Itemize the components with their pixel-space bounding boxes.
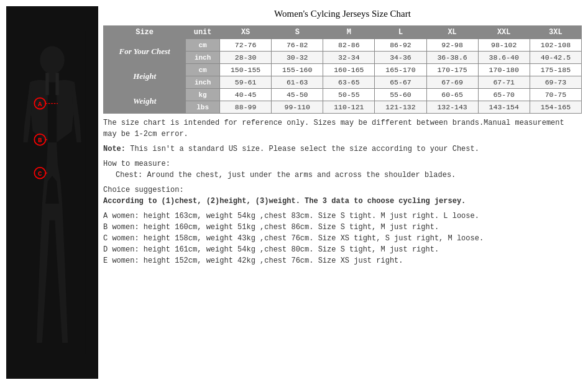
svg-text:B: B	[38, 137, 42, 144]
choice-section: Choice suggestion: According to (1)chest…	[103, 184, 582, 207]
unit-inch-chest: inch	[186, 52, 220, 64]
col-s: S	[272, 26, 323, 39]
how-chest: Chest: Around the chest, just under the …	[103, 170, 582, 181]
examples-section: A women: height 163cm, weight 54kg ,ches…	[103, 211, 582, 266]
model-image: A B C	[6, 6, 98, 379]
example-b: B women: height 160cm, weight 51kg ,ches…	[103, 222, 582, 233]
note-text: This isn't a standard US size. Please se…	[126, 145, 479, 153]
example-a: A women: height 163cm, weight 54kg ,ches…	[103, 211, 582, 222]
svg-text:A: A	[38, 101, 42, 108]
choice-label: Choice suggestion:	[103, 184, 582, 196]
note-label: Note:	[103, 145, 126, 153]
unit-lbs-weight: lbs	[186, 101, 220, 114]
unit-inch-height: inch	[186, 76, 220, 89]
col-xl: XL	[426, 26, 478, 39]
svg-text:C: C	[38, 170, 42, 178]
svg-rect-4	[55, 73, 58, 95]
col-3xl: 3XL	[530, 26, 581, 39]
col-size: Size	[104, 26, 186, 39]
svg-rect-3	[45, 73, 48, 95]
svg-rect-2	[48, 71, 57, 83]
col-unit: unit	[186, 26, 220, 39]
chart-title: Women's Cylcing Jerseys Size Chart	[103, 6, 582, 22]
unit-cm-height: cm	[186, 64, 220, 76]
size-table: Size unit XS S M L XL XXL 3XL For Your C…	[103, 25, 582, 114]
unit-cm-chest: cm	[186, 39, 220, 52]
table-row: Weight kg 40-45 45-50 50-55 55-60 60-65 …	[104, 89, 582, 101]
table-row: For Your Chest cm 72-76 76-82 82-86 86-9…	[104, 39, 582, 52]
table-row: Height cm 150-155 155-160 160-165 165-17…	[104, 64, 582, 76]
col-l: L	[375, 26, 426, 39]
col-m: M	[323, 26, 375, 39]
choice-bold: According to (1)chest, (2)height, (3)wei…	[103, 196, 582, 207]
right-content: Women's Cylcing Jerseys Size Chart Size …	[103, 6, 582, 379]
category-chest: For Your Chest	[104, 39, 186, 64]
how-label: How to measure:	[103, 158, 582, 170]
example-d: D women: height 161cm, weight 54kg ,ches…	[103, 244, 582, 255]
note-section: Note: This isn't a standard US size. Ple…	[103, 143, 582, 155]
category-height: Height	[104, 64, 186, 89]
svg-point-1	[40, 46, 64, 74]
reference-text: The size chart is intended for reference…	[103, 119, 564, 138]
col-xs: XS	[220, 26, 272, 39]
example-e: E women: height 152cm, weight 42kg ,ches…	[103, 255, 582, 266]
unit-kg-weight: kg	[186, 89, 220, 101]
reference-note: The size chart is intended for reference…	[103, 117, 582, 140]
example-c: C women: height 158cm, weight 43kg ,ches…	[103, 233, 582, 244]
category-weight: Weight	[104, 89, 186, 114]
col-xxl: XXL	[478, 26, 530, 39]
how-section: How to measure: Chest: Around the chest,…	[103, 158, 582, 181]
